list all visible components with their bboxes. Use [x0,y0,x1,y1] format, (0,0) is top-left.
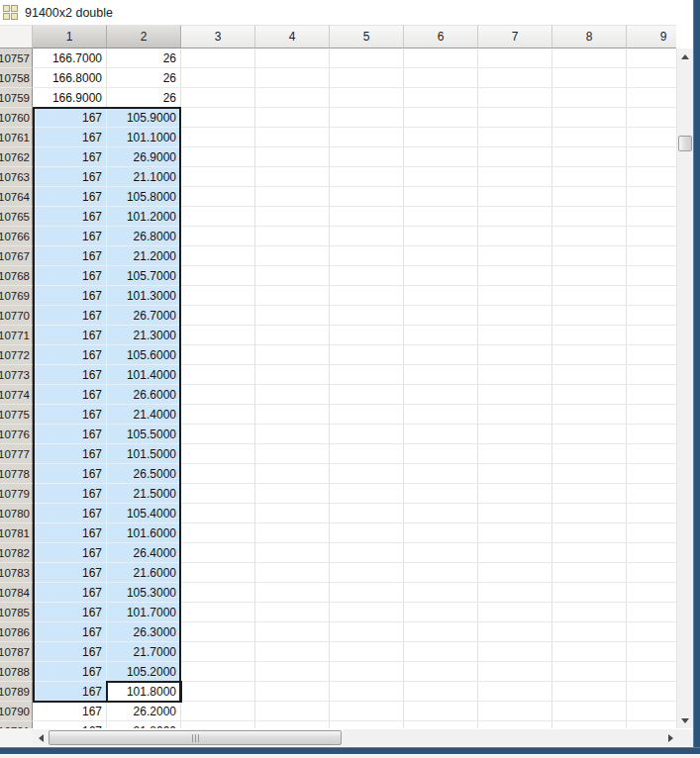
cell-10783-c6[interactable] [404,563,478,583]
cell-10779-c8[interactable] [552,484,627,504]
cell-10787-c7[interactable] [478,642,552,662]
cell-10774-c3[interactable] [181,385,255,405]
cell-10773-c4[interactable] [255,365,330,385]
cell-10768-c1[interactable]: 167 [33,266,107,286]
cell-10767-c8[interactable] [552,246,627,266]
cell-10777-c7[interactable] [478,444,552,464]
cell-10765-c6[interactable] [404,207,478,227]
cell-10771-c5[interactable] [330,326,404,345]
cell-10768-c7[interactable] [478,266,552,286]
cell-10775-c4[interactable] [255,405,330,425]
cell-10786-c6[interactable] [404,622,478,642]
cell-10769-c4[interactable] [255,286,330,306]
row-header-10764[interactable]: 10764 [0,187,33,207]
cell-10778-c6[interactable] [404,464,478,484]
cell-10786-c4[interactable] [255,622,330,642]
cell-10773-c5[interactable] [330,365,404,385]
cell-10788-c2[interactable]: 105.2000 [107,662,181,682]
cell-10767-c2[interactable]: 21.2000 [107,246,181,266]
cell-10781-c9[interactable] [627,523,676,543]
cell-10760-c3[interactable] [181,108,255,128]
cell-10758-c6[interactable] [404,68,478,88]
cell-10776-c1[interactable]: 167 [33,425,107,444]
cell-10764-c8[interactable] [552,187,627,207]
cell-10761-c3[interactable] [181,128,255,147]
cell-10782-c7[interactable] [478,543,552,563]
cell-10759-c7[interactable] [478,88,552,108]
cell-10765-c5[interactable] [330,207,404,227]
cell-10763-c5[interactable] [330,167,404,187]
row-header-10772[interactable]: 10772 [0,345,33,365]
row-header-10776[interactable]: 10776 [0,425,33,444]
cell-10773-c1[interactable]: 167 [33,365,107,385]
cell-10778-c7[interactable] [478,464,552,484]
cell-10760-c7[interactable] [478,108,552,128]
cell-10790-c2[interactable]: 26.2000 [107,702,181,721]
cell-10789-c6[interactable] [404,682,478,702]
cell-10784-c5[interactable] [330,583,404,603]
cell-10757-c1[interactable]: 166.7000 [33,48,107,68]
row-header-10780[interactable]: 10780 [0,504,33,523]
cell-10762-c4[interactable] [255,147,330,167]
cell-10789-c5[interactable] [330,682,404,702]
cell-10788-c3[interactable] [181,662,255,682]
cell-10757-c4[interactable] [255,48,330,68]
cell-10768-c4[interactable] [255,266,330,286]
row-header-10784[interactable]: 10784 [0,583,33,603]
cell-10781-c6[interactable] [404,523,478,543]
column-header-4[interactable]: 4 [255,25,330,48]
cell-10766-c2[interactable]: 26.8000 [107,227,181,246]
cell-10773-c8[interactable] [552,365,627,385]
cell-10760-c5[interactable] [330,108,404,128]
row-header-10766[interactable]: 10766 [0,227,33,246]
cell-10790-c7[interactable] [478,702,552,721]
cell-10757-c8[interactable] [552,48,627,68]
cell-10774-c6[interactable] [404,385,478,405]
cell-10789-c4[interactable] [255,682,330,702]
cell-10759-c6[interactable] [404,88,478,108]
cell-10759-c5[interactable] [330,88,404,108]
cell-10771-c3[interactable] [181,326,255,345]
cell-10760-c9[interactable] [627,108,676,128]
cell-10790-c6[interactable] [404,702,478,721]
cell-10783-c3[interactable] [181,563,255,583]
cell-10766-c6[interactable] [404,227,478,246]
cell-10764-c3[interactable] [181,187,255,207]
row-header-10789[interactable]: 10789 [0,682,33,702]
cell-10764-c5[interactable] [330,187,404,207]
cell-10780-c9[interactable] [627,504,676,523]
cell-10784-c2[interactable]: 105.3000 [107,583,181,603]
cell-10791-c3[interactable] [181,721,255,728]
cell-10765-c7[interactable] [478,207,552,227]
horizontal-scrollbar[interactable] [33,729,678,746]
row-header-10771[interactable]: 10771 [0,326,33,345]
row-header-10791[interactable]: 10791 [0,721,33,728]
cell-10787-c8[interactable] [552,642,627,662]
cell-10758-c1[interactable]: 166.8000 [33,68,107,88]
cell-10777-c3[interactable] [181,444,255,464]
cell-10786-c7[interactable] [478,622,552,642]
cell-10783-c9[interactable] [627,563,676,583]
cell-10784-c8[interactable] [552,583,627,603]
cell-10783-c4[interactable] [255,563,330,583]
cell-10777-c9[interactable] [627,444,676,464]
row-header-10768[interactable]: 10768 [0,266,33,286]
cell-10759-c9[interactable] [627,88,676,108]
cell-10758-c8[interactable] [552,68,627,88]
cell-10788-c7[interactable] [478,662,552,682]
cell-10760-c6[interactable] [404,108,478,128]
cell-10784-c3[interactable] [181,583,255,603]
cell-10768-c5[interactable] [330,266,404,286]
cell-10781-c4[interactable] [255,523,330,543]
row-header-10769[interactable]: 10769 [0,286,33,306]
cell-10786-c3[interactable] [181,622,255,642]
cell-10777-c4[interactable] [255,444,330,464]
cell-10778-c8[interactable] [552,464,627,484]
row-header-10785[interactable]: 10785 [0,603,33,622]
cell-10790-c8[interactable] [552,702,627,721]
cell-10785-c8[interactable] [552,603,627,622]
cell-10757-c3[interactable] [181,48,255,68]
cell-10769-c9[interactable] [627,286,676,306]
cell-10770-c8[interactable] [552,306,627,326]
row-header-10783[interactable]: 10783 [0,563,33,583]
